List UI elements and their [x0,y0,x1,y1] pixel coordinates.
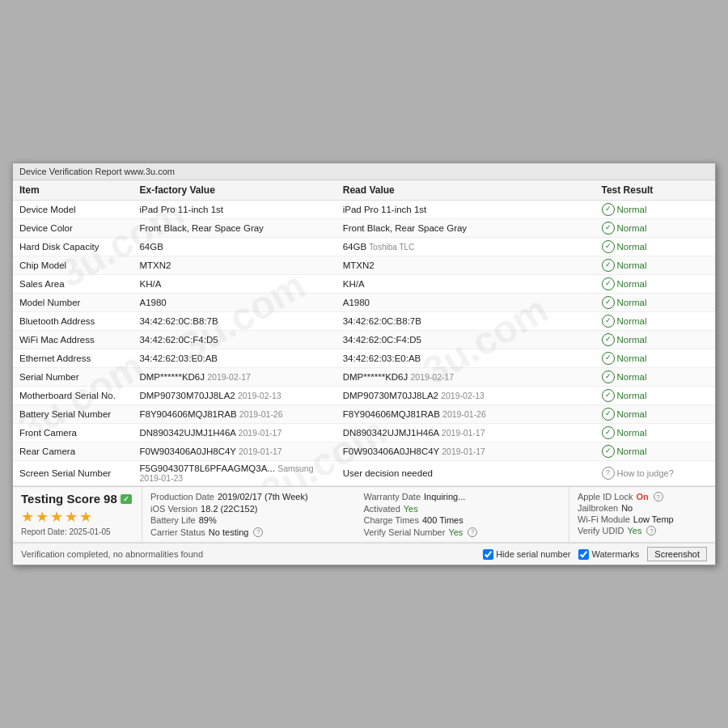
right-label: Verify UDID [578,526,624,535]
how-to-judge[interactable]: How to judge? [602,467,709,480]
cell-item: Model Number [13,294,133,312]
table-row: Device ModeliPad Pro 11-inch 1stiPad Pro… [13,201,715,219]
table-row: Rear CameraF0W903406A0JH8C4Y 2019-01-17F… [13,442,715,461]
normal-badge: Normal [602,222,647,235]
score-title: Testing Score 98 ✓ [21,492,133,506]
info-label: Charge Times [364,515,419,525]
info-label: Activated [364,504,400,514]
info-val: 400 Times [422,515,463,525]
cell-read-value: F8Y904606MQJ81RAB 2019-01-26 [336,405,595,424]
cell-result: Normal [595,312,716,331]
cell-item: Device Color [13,219,133,238]
normal-badge: Normal [602,370,647,383]
cell-ex-value: 64GB [133,238,336,256]
cell-read-value: 34:42:62:03:E0:AB [336,349,595,368]
table-row: Battery Serial NumberF8Y904606MQJ81RAB 2… [13,405,715,424]
main-window: Device Verification Report www.3u.com 3u… [12,163,716,565]
cell-result: Normal [595,238,716,256]
info-label: Verify Serial Number [364,527,446,537]
info-grid: Production Date 2019/02/17 (7th Week) Wa… [142,487,569,542]
info-row-left-3: Carrier Status No testing ? [150,527,348,538]
normal-badge: Normal [602,408,647,421]
info-row-left-0: Production Date 2019/02/17 (7th Week) [150,492,348,502]
star-1: ★ [21,508,34,526]
cell-ex-value: DN890342UJMJ1H46A 2019-01-17 [133,424,336,442]
cell-result: Normal [595,387,716,405]
right-val: Yes [627,526,641,535]
cell-ex-value: MTXN2 [133,256,336,275]
question-icon[interactable]: ? [253,527,263,537]
cell-ex-value: 34:42:62:0C:F4:D5 [133,331,336,349]
cell-ex-value: F8Y904606MQJ81RAB 2019-01-26 [133,405,336,424]
normal-badge: Normal [602,203,647,216]
star-2: ★ [36,508,49,526]
info-row-right-0: Warranty Date Inquiring... [364,492,561,502]
cell-read-value: F0W903406A0JH8C4Y 2019-01-17 [336,442,595,461]
status-row: Verification completed, no abnormalities… [13,543,715,565]
cell-read-value: 34:42:62:0C:B8:7B [336,312,595,331]
star-4: ★ [65,508,78,526]
info-label: Warranty Date [364,492,421,502]
info-val: No testing [209,527,249,537]
cell-result: Normal [595,442,716,461]
cell-result: Normal [595,256,716,275]
cell-read-value: User decision needed [336,461,595,486]
table-row: Model NumberA1980A1980Normal [13,294,715,312]
cell-item: Rear Camera [13,442,133,461]
hide-serial-label: Hide serial number [496,549,570,559]
right-label: Apple ID Lock [578,492,633,502]
cell-result: Normal [595,424,716,442]
cell-read-value: KH/A [336,275,595,294]
watermarks-checkbox[interactable]: Watermarks [578,549,639,560]
cell-result: Normal [595,219,716,238]
cell-item: Serial Number [13,368,133,387]
cell-ex-value: 34:42:62:0C:B8:7B [133,312,336,331]
cell-item: Front Camera [13,424,133,442]
cell-item: Motherboard Serial No. [13,387,133,405]
title-text: Device Verification Report www.3u.com [19,167,175,176]
normal-badge: Normal [602,426,647,439]
cell-item: Device Model [13,201,133,219]
col-header-item: Item [13,180,133,201]
cell-ex-value: DMP******KD6J 2019-02-17 [133,368,336,387]
right-label: Jailbroken [578,503,618,513]
question-icon[interactable]: ? [654,492,663,502]
table-row: Motherboard Serial No.DMP90730M70JJ8LA2 … [13,387,715,405]
question-icon[interactable]: ? [468,527,477,537]
normal-badge: Normal [602,333,647,346]
star-5: ★ [79,508,92,526]
question-icon[interactable]: ? [646,526,656,535]
status-text: Verification completed, no abnormalities… [21,549,203,559]
info-label: Battery Life [150,515,196,525]
report-table: Item Ex-factory Value Read Value Test Re… [13,180,715,486]
cell-ex-value: DMP90730M70JJ8LA2 2019-02-13 [133,387,336,405]
table-row: Sales AreaKH/AKH/ANormal [13,275,715,294]
hide-serial-checkbox[interactable]: Hide serial number [483,549,570,560]
col-header-read: Read Value [336,180,595,201]
info-row-right-3: Verify Serial Number Yes ? [364,527,561,538]
cell-item: Hard Disk Capacity [13,238,133,256]
hide-serial-input[interactable] [483,549,493,560]
normal-badge: Normal [602,259,647,272]
info-row-left-2: Battery Life 89% [150,515,348,526]
score-date: Report Date: 2025-01-05 [21,527,133,536]
normal-badge: Normal [602,352,647,365]
cell-read-value: iPad Pro 11-inch 1st [336,201,595,219]
normal-badge: Normal [602,315,647,328]
col-header-result: Test Result [595,180,716,201]
table-row: Screen Serial NumberF5G904307T8L6PFAAGMQ… [13,461,715,486]
table-row: Device ColorFront Black, Rear Space Gray… [13,219,715,238]
status-right: Hide serial number Watermarks Screenshot [483,547,707,561]
cell-read-value: A1980 [336,294,595,312]
table-row: Ethernet Address34:42:62:03:E0:AB34:42:6… [13,349,715,368]
cell-result: Normal [595,368,716,387]
col-header-ex: Ex-factory Value [133,180,336,201]
right-row-0: Apple ID Lock On ? [578,492,707,502]
info-val: Inquiring... [424,492,465,502]
right-row-2: Wi-Fi Module Low Temp [578,514,707,524]
screenshot-button[interactable]: Screenshot [647,547,707,561]
info-val: 18.2 (22C152) [201,504,257,514]
cell-read-value: Front Black, Rear Space Gray [336,219,595,238]
watermarks-input[interactable] [578,549,589,560]
cell-read-value: MTXN2 [336,256,595,275]
